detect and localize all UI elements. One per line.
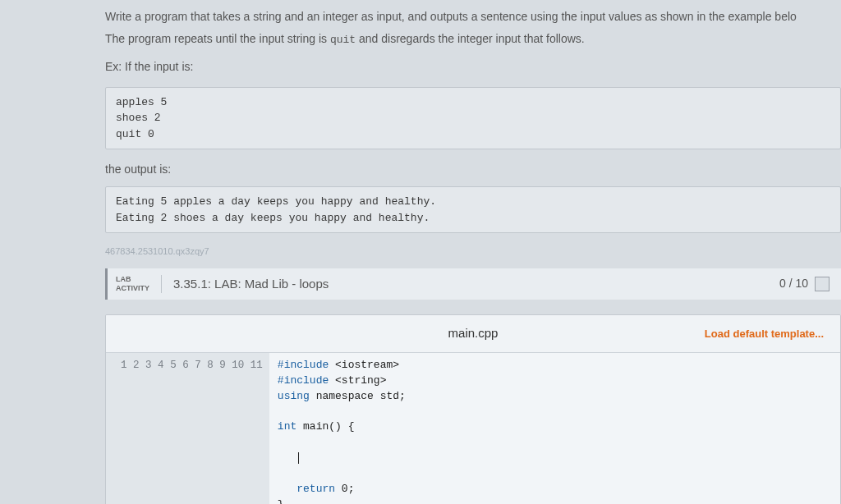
code-editor[interactable]: 1 2 3 4 5 6 7 8 9 10 11 #include <iostre… <box>106 353 840 504</box>
instruction-line-1: Write a program that takes a string and … <box>105 8 836 25</box>
text-cursor <box>298 452 299 464</box>
lab-title: 3.35.1: LAB: Mad Lib - loops <box>162 275 329 294</box>
load-default-template-link[interactable]: Load default template... <box>590 326 824 342</box>
problem-instructions: Write a program that takes a string and … <box>105 8 841 76</box>
example-output-box: Eating 5 apples a day keeps you happy an… <box>105 186 841 233</box>
example-input-box: apples 5 shoes 2 quit 0 <box>105 87 841 150</box>
inline-code-quit: quit <box>330 34 356 46</box>
score-box-icon <box>815 277 830 291</box>
code-text-area[interactable]: #include <iostream> #include <string> us… <box>269 353 840 504</box>
editor-filename-tab[interactable]: main.cpp <box>356 324 591 343</box>
example-output-label: the output is: <box>105 161 841 178</box>
editor-tab-bar: main.cpp Load default template... <box>106 315 840 353</box>
watermark-id: 467834.2531010.qx3zqy7 <box>105 245 841 259</box>
lab-activity-header: LAB ACTIVITY 3.35.1: LAB: Mad Lib - loop… <box>105 268 841 300</box>
lab-score: 0 / 10 <box>779 275 830 292</box>
example-input-label: Ex: If the input is: <box>105 58 836 76</box>
code-editor-panel: main.cpp Load default template... 1 2 3 … <box>105 314 841 504</box>
line-number-gutter: 1 2 3 4 5 6 7 8 9 10 11 <box>106 353 269 504</box>
instruction-line-2: The program repeats until the input stri… <box>105 30 836 48</box>
lab-badge: LAB ACTIVITY <box>108 275 162 293</box>
